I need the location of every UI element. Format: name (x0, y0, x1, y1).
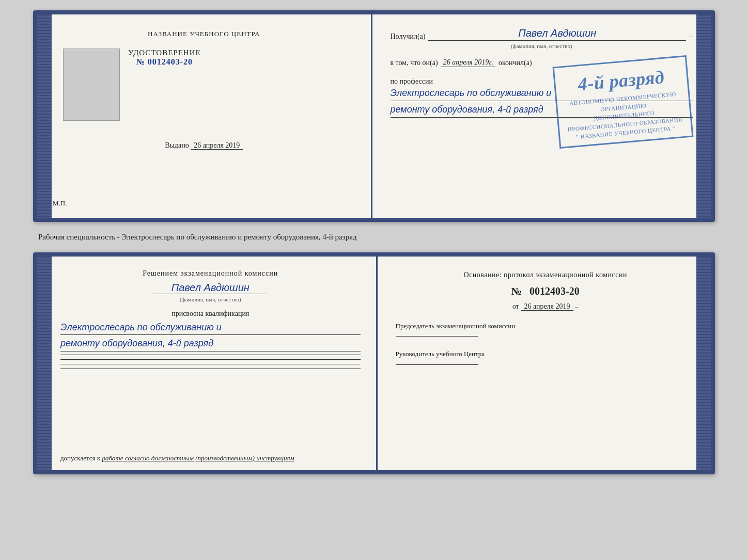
rukovoditel-block: Руководитель учебного Центра (396, 349, 696, 366)
stamp-overlay: 4-й разряд АВТОНОМНУЮ НЕКОММЕРЧЕСКУЮ ОРГ… (553, 55, 694, 149)
mp-label: М.П. (53, 199, 67, 207)
vtom-label: в том, что он(a) (391, 59, 438, 67)
cert-bottom-left: Решением экзаменационной комиссии Павел … (37, 257, 378, 470)
vydano-line: Выдано 26 апреля 2019 (165, 141, 243, 150)
kvalif-line1: Электрослесарь по обслуживанию и (60, 320, 361, 335)
kvalif-line2: ремонту оборудования, 4-й разряд (60, 336, 361, 351)
udostoverenie-block: УДОСТОВЕРЕНИЕ № 0012403-20 (128, 49, 201, 67)
dopuskaetsya-text: работе согласно должностным (производств… (102, 454, 294, 462)
doc-number: № 0012403-20 (128, 57, 201, 67)
right-marks-top: – – и а ← – – (699, 14, 711, 218)
person-name-top: Павел Авдюшин (428, 27, 686, 41)
ot-date-value: 26 апреля 2019 (521, 302, 573, 311)
fio-subtitle-top: (фамилия, имя, отчество) (391, 43, 693, 49)
bottom-certificate: Решением экзаменационной комиссии Павел … (33, 252, 715, 474)
vydano-label: Выдано (165, 141, 189, 149)
protocol-number-value: 0012403-20 (529, 285, 580, 297)
ot-date: от 26 апреля 2019 – (396, 302, 696, 311)
poluchil-line: Получил(a) Павел Авдюшин – (391, 27, 693, 41)
cert-top-left: НАЗВАНИЕ УЧЕБНОГО ЦЕНТРА УДОСТОВЕРЕНИЕ №… (37, 14, 372, 218)
predsedatel-label: Председатель экзаменационной комиссии (396, 321, 696, 331)
vydano-date: 26 апреля 2019 (191, 141, 243, 150)
udostoverenie-title: УДОСТОВЕРЕНИЕ (128, 49, 201, 57)
cert-top-right: Получил(a) Павел Авдюшин – (фамилия, имя… (372, 14, 711, 218)
number-value: 0012403-20 (148, 57, 193, 66)
separator1 (60, 355, 361, 355)
kvalif-name: Электрослесарь по обслуживанию и ремонту… (60, 320, 361, 353)
photo-placeholder (63, 49, 120, 121)
dopuskaetsya-prefix: допускается к (60, 454, 100, 462)
predsedatel-block: Председатель экзаменационной комиссии (396, 321, 696, 338)
top-left-title: НАЗВАНИЕ УЧЕБНОГО ЦЕНТРА (148, 30, 260, 38)
separator2 (60, 359, 361, 360)
okonchil-label: окончил(a) (498, 59, 532, 67)
predsedatel-signature-line (396, 336, 478, 337)
prisvoena-label: присвоена квалификация (60, 310, 361, 318)
top-certificate: НАЗВАНИЕ УЧЕБНОГО ЦЕНТРА УДОСТОВЕРЕНИЕ №… (33, 10, 715, 222)
poluchil-block: Получил(a) Павел Авдюшин – (фамилия, имя… (391, 27, 693, 52)
number-prefix: № (136, 57, 145, 66)
middle-label: Рабочая специальность - Электрослесарь п… (33, 231, 715, 243)
middle-label-text: Рабочая специальность - Электрослесарь п… (38, 233, 357, 241)
right-marks-bottom: – – – и а ← – – – – (699, 257, 711, 470)
fio-subtitle-bottom: (фамилия, имя, отчество) (180, 296, 241, 302)
ot-prefix: от (512, 302, 519, 310)
rukovoditel-signature-line (396, 364, 478, 365)
person-block-bottom: Павел Авдюшин (фамилия, имя, отчество) (60, 282, 361, 306)
separator4 (60, 369, 361, 369)
person-name-bottom: Павел Авдюшин (153, 282, 267, 294)
poluchil-label: Получил(a) (391, 33, 426, 41)
rukovoditel-label: Руководитель учебного Центра (396, 349, 696, 359)
protocol-number-prefix: № (511, 285, 522, 297)
dopuskaetsya-block: допускается к работе согласно должностны… (60, 454, 361, 462)
vtom-date: 26 апреля 2019г. (441, 58, 495, 67)
protocol-number: № 0012403-20 (396, 285, 696, 297)
page-wrapper: НАЗВАНИЕ УЧЕБНОГО ЦЕНТРА УДОСТОВЕРЕНИЕ №… (0, 0, 748, 560)
separator3 (60, 364, 361, 364)
resheniem-title: Решением экзаменационной комиссии (60, 269, 361, 278)
cert-bottom-right: Основание: протокол экзаменационной коми… (378, 257, 711, 470)
osnovanie-title: Основание: протокол экзаменационной коми… (396, 269, 696, 280)
